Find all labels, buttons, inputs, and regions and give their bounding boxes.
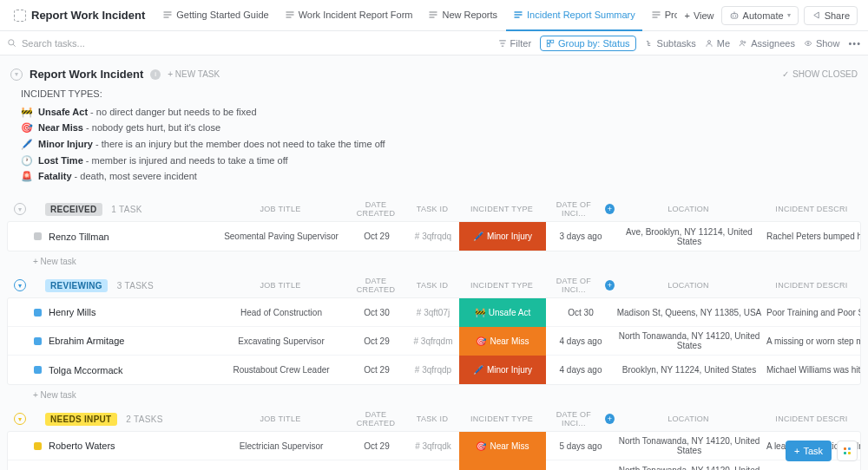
header-actions: Automate ▾ Share	[721, 6, 861, 25]
status-square-icon[interactable]	[34, 232, 42, 240]
cell-incident-type[interactable]: 🎯Near Miss	[459, 460, 546, 470]
check-icon: ✓	[782, 69, 789, 79]
type-text: - no direct danger but needs to be fixed	[88, 107, 256, 117]
status-square-icon[interactable]	[34, 309, 42, 317]
col-task-id[interactable]: TASK ID	[406, 415, 458, 423]
status-square-icon[interactable]	[34, 442, 42, 450]
cell-incident-type[interactable]: 🖊️Minor Injury	[459, 222, 546, 251]
tab-progress-board[interactable]: Progress Board	[644, 0, 678, 31]
automate-button[interactable]: Automate ▾	[721, 6, 799, 25]
show-closed-button[interactable]: ✓ SHOW CLOSED	[782, 69, 858, 79]
assignees-button[interactable]: Assignees	[739, 38, 795, 49]
cell-date-created: Oct 29	[346, 365, 407, 375]
view-icon	[651, 10, 661, 20]
col-incident-type[interactable]: INCIDENT TYPE	[458, 415, 545, 423]
share-button[interactable]: Share	[804, 6, 858, 25]
col-incident-type[interactable]: INCIDENT TYPE	[458, 205, 545, 213]
apps-button[interactable]	[837, 441, 858, 461]
task-row[interactable]: Saanvi Naylor Rio Supervisor Oct 29 # 3q…	[8, 460, 860, 470]
col-incident-desc[interactable]: INCIDENT DESCRI	[762, 281, 861, 290]
cell-date-created: Oct 29	[346, 232, 407, 241]
incident-type-desc: 🎯Near Miss - nobody gets hurt, but it's …	[21, 120, 847, 136]
col-job-title[interactable]: JOB TITLE	[215, 205, 345, 213]
type-emoji: 🚨	[21, 168, 33, 185]
cell-incident-type[interactable]: 🖊️Minor Injury	[459, 356, 546, 384]
more-icon[interactable]: •••	[848, 38, 861, 49]
col-date-incident[interactable]: DATE OF INCI...+	[545, 277, 615, 294]
cell-date-created: Oct 29	[346, 336, 407, 346]
svg-rect-1	[164, 14, 172, 16]
status-chip[interactable]: NEEDS INPUT	[45, 413, 117, 426]
add-view-button[interactable]: + View	[677, 10, 720, 21]
status-square-icon[interactable]	[34, 366, 42, 374]
svg-rect-12	[652, 11, 660, 13]
col-task-id[interactable]: TASK ID	[406, 205, 458, 213]
tab-new-reports[interactable]: New Reports	[421, 0, 504, 31]
filter-button[interactable]: Filter	[498, 38, 531, 49]
new-task-button[interactable]: + NEW TASK	[168, 69, 220, 79]
automate-label: Automate	[743, 10, 784, 21]
tab-work-incident-report-form[interactable]: Work Incident Report Form	[278, 0, 420, 31]
eye-icon	[804, 39, 812, 48]
list-header: ▾ Report Work Incident i + NEW TASK ✓ SH…	[0, 55, 868, 84]
view-icon	[513, 10, 523, 20]
cell-incident-type[interactable]: 🚧Unsafe Act	[459, 298, 546, 327]
cell-incident-desc: Rachel Peters bumped her head on bar	[763, 232, 860, 241]
new-task-row[interactable]: + New task	[7, 385, 861, 401]
col-date-created[interactable]: DATE CREATED	[345, 410, 406, 428]
tab-label: Progress Board	[665, 10, 678, 20]
subtasks-button[interactable]: Subtasks	[645, 38, 696, 49]
col-job-title[interactable]: JOB TITLE	[215, 281, 345, 290]
plus-icon[interactable]: +	[605, 204, 615, 214]
svg-rect-28	[551, 40, 554, 42]
col-date-created[interactable]: DATE CREATED	[345, 200, 406, 218]
type-emoji: 🚧	[21, 104, 33, 121]
col-location[interactable]: LOCATION	[615, 281, 762, 290]
me-button[interactable]: Me	[705, 38, 730, 49]
task-row[interactable]: Henry Mills Head of Construction Oct 30 …	[8, 298, 860, 327]
status-chip[interactable]: RECEIVED	[45, 203, 102, 216]
col-incident-desc[interactable]: INCIDENT DESCRI	[762, 205, 861, 213]
tab-getting-started-guide[interactable]: Getting Started Guide	[155, 0, 275, 31]
col-date-incident[interactable]: DATE OF INCI...+	[545, 410, 615, 428]
type-emoji: 🖊️	[21, 136, 33, 153]
plus-icon[interactable]: +	[605, 280, 615, 290]
col-job-title[interactable]: JOB TITLE	[215, 415, 345, 423]
col-location[interactable]: LOCATION	[615, 415, 762, 423]
task-row[interactable]: Ebrahim Armitage Excavating Supervisor O…	[8, 327, 860, 356]
search-input[interactable]: Search tasks...	[7, 38, 498, 49]
info-icon[interactable]: i	[150, 69, 161, 80]
new-task-fab[interactable]: + Task	[786, 441, 832, 461]
col-incident-type[interactable]: INCIDENT TYPE	[458, 281, 545, 290]
type-name: Unsafe Act	[38, 107, 88, 117]
col-incident-desc[interactable]: INCIDENT DESCRI	[762, 415, 861, 423]
cell-location: North Tonawanda, NY 14120, United States	[615, 331, 763, 350]
type-text: - nobody gets hurt, but it's close	[83, 122, 220, 133]
status-chip[interactable]: REVIEWING	[45, 279, 108, 292]
col-task-id[interactable]: TASK ID	[406, 281, 458, 290]
view-icon	[162, 10, 173, 20]
svg-rect-8	[430, 16, 435, 18]
group-by-button[interactable]: Group by: Status	[540, 36, 636, 51]
cell-incident-desc: A missing or worn step marker res trippi…	[763, 336, 860, 346]
task-row[interactable]: Tolga Mccormack Roustabout Crew Leader O…	[8, 356, 860, 384]
show-button[interactable]: Show	[804, 38, 840, 49]
col-date-incident[interactable]: DATE OF INCI...+	[545, 200, 615, 218]
cell-incident-type[interactable]: 🎯Near Miss	[459, 327, 546, 356]
new-task-row[interactable]: + New task	[7, 251, 861, 268]
cell-incident-type[interactable]: 🎯Near Miss	[459, 432, 546, 460]
cell-date-incident: 4 days ago	[546, 365, 615, 375]
svg-rect-21	[731, 13, 738, 17]
tab-incident-report-summary[interactable]: Incident Report Summary	[506, 0, 642, 31]
plus-icon[interactable]: +	[605, 414, 615, 424]
show-label: Show	[816, 38, 840, 49]
task-row[interactable]: Renzo Tillman Seomental Paving Superviso…	[8, 222, 860, 251]
task-row[interactable]: Roberto Waters Electrician Supervisor Oc…	[8, 432, 860, 460]
plus-icon: +	[684, 10, 689, 21]
col-location[interactable]: LOCATION	[615, 205, 762, 213]
robot-icon	[729, 10, 740, 21]
col-date-created[interactable]: DATE CREATED	[345, 277, 406, 294]
status-square-icon[interactable]	[34, 337, 42, 345]
collapse-toggle[interactable]: ▾	[10, 69, 23, 81]
tab-label: Incident Report Summary	[527, 10, 635, 20]
